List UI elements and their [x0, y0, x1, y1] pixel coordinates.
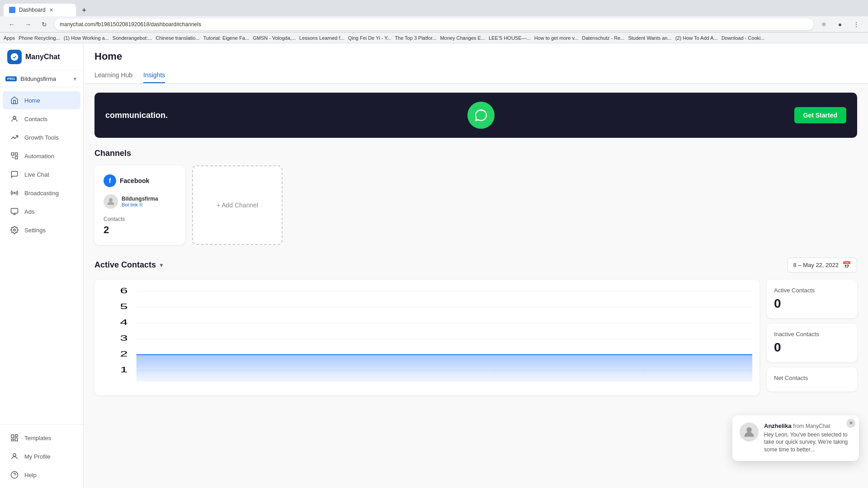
contacts-icon — [10, 114, 19, 123]
calendar-icon: 📅 — [842, 261, 851, 269]
bookmark-6[interactable]: GMSN - Vologda,... — [253, 35, 296, 41]
chat-popup: Anzhelika from ManyChat Hey Leon, You've… — [732, 415, 859, 461]
bookmarks-bar: Apps Phone Recycling... (1) How Working … — [0, 33, 868, 43]
sidebar-item-label-livechat: Live Chat — [24, 171, 49, 178]
address-bar[interactable] — [54, 19, 814, 30]
date-range-button[interactable]: 8 – May 22, 2022 📅 — [788, 258, 857, 272]
forward-button[interactable]: → — [22, 18, 34, 31]
facebook-icon: f — [104, 174, 116, 187]
bookmark-8[interactable]: Qing Fei De Yi - Y... — [348, 35, 392, 41]
new-tab-button[interactable]: ＋ — [78, 4, 90, 16]
tab-insights[interactable]: Insights — [143, 68, 165, 83]
extensions-button[interactable]: ⚛ — [817, 18, 830, 31]
bookmark-2[interactable]: (1) How Working a... — [64, 35, 109, 41]
bookmark-13[interactable]: Datenschutz - Re... — [582, 35, 624, 41]
sidebar-item-templates[interactable]: Templates — [3, 429, 80, 447]
svg-text:5: 5 — [120, 303, 127, 311]
bookmark-apps[interactable]: Apps — [4, 35, 15, 41]
get-started-button[interactable]: Get Started — [794, 107, 846, 123]
tab-bar: Learning Hub Insights — [94, 68, 857, 83]
bookmark-12[interactable]: How to get more v... — [534, 35, 579, 41]
pro-badge: PRO — [5, 76, 17, 81]
sidebar-item-help[interactable]: Help — [3, 466, 80, 484]
sidebar: ManyChat PRO Bildungsfirma ▼ Home Contac… — [0, 43, 84, 488]
active-contacts-header: Active Contacts ▼ 8 – May 22, 2022 📅 — [94, 258, 857, 272]
bookmark-11[interactable]: LEE'S HOUSE—... — [489, 35, 531, 41]
chart-stats: Active Contacts 0 Inactive Contacts 0 Ne… — [767, 280, 857, 395]
chat-avatar — [740, 422, 759, 441]
banner-text: communication. — [105, 111, 168, 120]
svg-point-0 — [11, 53, 19, 61]
sidebar-item-growth-tools[interactable]: Growth Tools — [3, 128, 80, 146]
add-channel-label: + Add Channel — [217, 202, 258, 209]
active-contacts-title-btn[interactable]: Active Contacts ▼ — [94, 260, 164, 270]
channels-title: Channels — [94, 149, 857, 158]
help-icon — [10, 470, 19, 479]
dropdown-arrow-icon: ▼ — [159, 262, 164, 268]
templates-icon — [10, 433, 19, 442]
chat-close-button[interactable]: ✕ — [846, 419, 855, 428]
active-contacts-section: Active Contacts ▼ 8 – May 22, 2022 📅 — [94, 258, 857, 395]
bookmark-3[interactable]: Sonderangebot:... — [113, 35, 152, 41]
sidebar-item-contacts[interactable]: Contacts — [3, 110, 80, 128]
svg-rect-11 — [11, 439, 14, 441]
home-icon — [10, 96, 19, 105]
fb-account-name: Bildungsfirma — [122, 196, 158, 202]
sidebar-item-label-broadcasting: Broadcasting — [24, 190, 59, 197]
sidebar-item-settings[interactable]: Settings — [3, 221, 80, 239]
add-channel-card[interactable]: + Add Channel — [192, 165, 283, 245]
bookmark-7[interactable]: Lessons Learned f... — [299, 35, 344, 41]
svg-point-1 — [13, 116, 16, 119]
channels-grid: f Facebook Bildungsfirma Bot link — [94, 165, 857, 245]
sidebar-item-live-chat[interactable]: Live Chat — [3, 165, 80, 183]
sidebar-item-label-growth: Growth Tools — [24, 134, 59, 141]
chart-container: 6 5 4 3 2 1 — [94, 280, 857, 395]
svg-point-5 — [14, 192, 15, 194]
svg-rect-6 — [11, 208, 18, 213]
bookmark-9[interactable]: The Top 3 Platfor... — [395, 35, 436, 41]
sidebar-item-label-settings: Settings — [24, 227, 46, 234]
channel-header: f Facebook — [104, 174, 176, 187]
my-profile-icon — [10, 452, 19, 461]
sidebar-logo: ManyChat — [0, 43, 83, 71]
bookmark-1[interactable]: Phone Recycling... — [19, 35, 60, 41]
channel-account-info: Bildungsfirma Bot link ⎘ — [104, 194, 176, 209]
tab-close-btn[interactable]: ✕ — [49, 7, 53, 13]
sidebar-item-ads[interactable]: Ads — [3, 202, 80, 221]
tab-learning-hub[interactable]: Learning Hub — [94, 68, 132, 83]
sidebar-item-my-profile[interactable]: My Profile — [3, 447, 80, 465]
inactive-contacts-stat: Inactive Contacts 0 — [767, 324, 857, 362]
page-title: Home — [94, 51, 857, 62]
menu-button[interactable]: ⋮ — [850, 18, 863, 31]
browser-tab-active[interactable]: Dashboard ✕ — [4, 4, 76, 16]
sidebar-bottom: Templates My Profile Help — [0, 424, 83, 488]
active-contacts-stat-label: Active Contacts — [774, 287, 850, 294]
sidebar-item-label-contacts: Contacts — [24, 116, 47, 122]
facebook-channel-card: f Facebook Bildungsfirma Bot link — [94, 165, 185, 245]
bookmark-10[interactable]: Money Changes E... — [440, 35, 485, 41]
svg-rect-9 — [15, 435, 18, 436]
back-button[interactable]: ← — [5, 18, 18, 31]
bookmark-14[interactable]: Student Wants an... — [628, 35, 671, 41]
sidebar-item-home[interactable]: Home — [3, 91, 80, 109]
svg-rect-4 — [15, 157, 18, 159]
tab-favicon — [9, 7, 15, 13]
bookmark-5[interactable]: Tutorial: Eigene Fa... — [203, 35, 250, 41]
sidebar-item-automation[interactable]: Automation — [3, 147, 80, 165]
settings-icon — [10, 225, 19, 235]
broadcasting-icon — [10, 188, 19, 197]
refresh-button[interactable]: ↻ — [38, 18, 51, 31]
profile-button[interactable]: ● — [834, 18, 846, 31]
account-selector[interactable]: PRO Bildungsfirma ▼ — [0, 71, 83, 87]
bookmark-15[interactable]: (2) How To Add A... — [675, 35, 718, 41]
sidebar-item-broadcasting[interactable]: Broadcasting — [3, 184, 80, 202]
contacts-label: Contacts — [104, 216, 176, 222]
sidebar-item-label-ads: Ads — [24, 208, 34, 215]
bookmark-16[interactable]: Download - Cooki... — [722, 35, 765, 41]
bookmark-4[interactable]: Chinese translatio... — [156, 35, 199, 41]
svg-text:1: 1 — [120, 366, 127, 374]
logo-icon — [7, 50, 22, 64]
chevron-down-icon: ▼ — [72, 76, 78, 82]
svg-rect-8 — [11, 435, 14, 438]
bot-link[interactable]: Bot link ⎘ — [122, 202, 158, 207]
